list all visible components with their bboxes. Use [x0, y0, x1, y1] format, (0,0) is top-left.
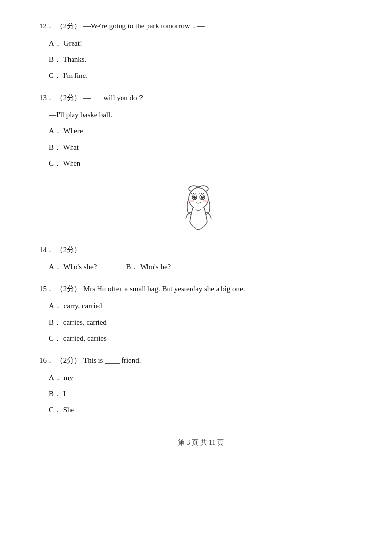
q14-option-a[interactable]: A． Who's she?	[49, 260, 97, 274]
q13-option-a[interactable]: A． Where	[49, 125, 363, 138]
q14-number: 14．	[39, 246, 54, 253]
q13-number: 13．	[39, 94, 54, 101]
q16-option-c-label: C．	[49, 406, 61, 414]
question-15: 15． （2分） Mrs Hu often a small bag. But y…	[39, 282, 363, 345]
q12-number: 12．	[39, 22, 54, 30]
q15-option-c-label: C．	[49, 334, 61, 342]
q14-option-a-text: Who's she?	[63, 263, 97, 271]
q12-option-a-text: Great!	[64, 39, 82, 47]
q15-number: 15．	[39, 285, 54, 293]
q16-option-b-text: I	[63, 390, 66, 398]
question-14: 14． （2分） A． Who's she? B． Who's he?	[39, 243, 363, 274]
q15-option-b-text: carries, carried	[63, 318, 107, 326]
q13-points: （2分）	[56, 94, 82, 101]
q13-text: —___ will you do？	[83, 94, 145, 101]
q12-option-a-label: A．	[49, 39, 62, 47]
character-illustration	[39, 180, 363, 238]
q15-option-c-text: carried, carries	[63, 334, 107, 342]
q12-option-b-text: Thanks.	[63, 55, 87, 63]
q12-option-a[interactable]: A． Great!	[49, 37, 363, 50]
q13-option-b-text: What	[63, 143, 79, 151]
q13-option-c-label: C．	[49, 159, 61, 167]
question-12-title: 12． （2分） —We're going to the park tomorr…	[39, 20, 363, 33]
question-13-title: 13． （2分） —___ will you do？	[39, 91, 363, 104]
q16-option-a-label: A．	[49, 374, 62, 381]
q12-option-c-text: I'm fine.	[63, 72, 88, 79]
q13-option-c-text: When	[63, 159, 81, 167]
q12-option-c[interactable]: C． I'm fine.	[49, 69, 363, 82]
svg-point-6	[195, 196, 196, 197]
question-16: 16． （2分） This is ____ friend. A． my B． I…	[39, 354, 363, 417]
svg-point-17	[203, 200, 208, 202]
q15-option-b-label: B．	[49, 318, 61, 326]
q16-option-a-text: my	[64, 374, 73, 381]
q13-option-b-label: B．	[49, 143, 61, 151]
question-15-title: 15． （2分） Mrs Hu often a small bag. But y…	[39, 282, 363, 296]
page-footer: 第 3 页 共 11 页	[39, 436, 363, 449]
question-16-title: 16． （2分） This is ____ friend.	[39, 354, 363, 367]
q12-option-b[interactable]: B． Thanks.	[49, 53, 363, 66]
svg-point-5	[193, 196, 196, 199]
question-12: 12． （2分） —We're going to the park tomorr…	[39, 20, 363, 82]
q15-option-c[interactable]: C． carried, carries	[49, 332, 363, 345]
q16-text: This is ____ friend.	[83, 356, 141, 364]
q14-inline-options: A． Who's she? B． Who's he?	[49, 260, 363, 274]
q15-option-a-text: carry, carried	[64, 302, 102, 310]
q13-answer-line: —I'll play basketball.	[49, 108, 363, 122]
svg-point-3	[189, 188, 208, 209]
q16-option-a[interactable]: A． my	[49, 371, 363, 384]
q12-option-b-label: B．	[49, 55, 61, 63]
q15-text: Mrs Hu often a small bag. But yesterday …	[83, 285, 245, 293]
q14-option-b-label: B．	[126, 263, 138, 271]
svg-point-16	[189, 200, 194, 202]
svg-point-9	[202, 196, 203, 197]
q16-option-b-label: B．	[49, 390, 61, 398]
q16-points: （2分）	[56, 356, 82, 364]
q13-option-a-label: A．	[49, 127, 62, 135]
q12-text: —We're going to the park tomorrow．—_____…	[83, 22, 234, 30]
q14-option-b[interactable]: B． Who's he?	[126, 260, 171, 274]
q12-option-c-label: C．	[49, 72, 61, 79]
q15-points: （2分）	[56, 285, 82, 293]
q15-option-a-label: A．	[49, 302, 62, 310]
q12-points: （2分）	[56, 22, 82, 30]
q13-option-c[interactable]: C． When	[49, 157, 363, 170]
q16-option-c-text: She	[63, 406, 74, 414]
footer-text: 第 3 页 共 11 页	[178, 439, 224, 446]
q16-number: 16．	[39, 356, 54, 364]
q14-option-b-text: Who's he?	[140, 263, 171, 271]
q13-option-a-text: Where	[63, 127, 83, 135]
q15-option-a[interactable]: A． carry, carried	[49, 300, 363, 313]
q13-option-b[interactable]: B． What	[49, 141, 363, 154]
question-13: 13． （2分） —___ will you do？ —I'll play ba…	[39, 91, 363, 170]
q14-points: （2分）	[56, 246, 82, 253]
q14-option-a-label: A．	[49, 263, 62, 271]
q16-option-c[interactable]: C． She	[49, 404, 363, 417]
question-14-title: 14． （2分）	[39, 243, 363, 256]
character-svg	[179, 180, 223, 234]
svg-point-8	[201, 196, 204, 199]
q15-option-b[interactable]: B． carries, carried	[49, 316, 363, 329]
q16-option-b[interactable]: B． I	[49, 387, 363, 401]
